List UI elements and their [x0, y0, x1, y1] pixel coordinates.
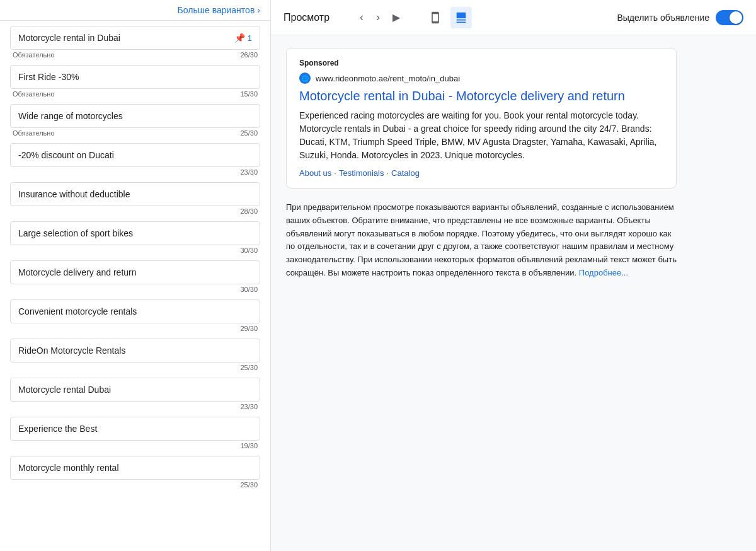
item-input-row[interactable]: -20% discount on Ducati	[10, 143, 260, 167]
item-char-count: 23/30	[240, 168, 258, 176]
item-text: RideOn Motorcycle Rentals	[18, 345, 252, 356]
ad-title[interactable]: Motorcycle rental in Dubai - Motorcycle …	[299, 88, 663, 104]
item-input-row[interactable]: Motorcycle rental Dubai	[10, 378, 260, 402]
item-char-count: 15/30	[240, 90, 258, 98]
device-controls	[425, 7, 472, 28]
item-block: Motorcycle rental in Dubai📌1Обязательно2…	[10, 26, 260, 62]
item-block: Large selection of sport bikes30/30	[10, 221, 260, 258]
item-input-row[interactable]: Large selection of sport bikes	[10, 221, 260, 245]
item-input-row[interactable]: Motorcycle rental in Dubai📌1	[10, 26, 260, 50]
item-input-row[interactable]: RideOn Motorcycle Rentals	[10, 339, 260, 362]
item-block: -20% discount on Ducati23/30	[10, 143, 260, 180]
right-panel: Просмотр ‹ › ▶ Выделить объявление	[271, 0, 756, 551]
item-text: Experience the Best	[18, 424, 252, 434]
item-required-label: Обязательно	[13, 90, 55, 98]
item-block: Wide range of motorcyclesОбязательно25/3…	[10, 104, 260, 141]
highlight-toggle[interactable]	[716, 10, 743, 25]
item-meta: 30/30	[10, 245, 260, 258]
item-meta: 29/30	[10, 323, 260, 336]
pin-badge: 📌1	[234, 33, 252, 43]
items-list: Motorcycle rental in Dubai📌1Обязательно2…	[0, 21, 270, 500]
item-input-row[interactable]: Experience the Best	[10, 417, 260, 441]
item-char-count: 28/30	[240, 207, 258, 215]
ad-card: Sponsored 🌐 www.rideonmoto.ae/rent_moto/…	[286, 48, 677, 188]
pin-icon: 📌	[234, 33, 245, 43]
item-required-label: Обязательно	[13, 129, 55, 137]
item-char-count: 29/30	[240, 325, 258, 332]
info-text: При предварительном просмотре показывают…	[286, 201, 677, 280]
item-input-row[interactable]: Motorcycle monthly rental	[10, 456, 260, 480]
item-block: Insurance without deductible28/30	[10, 182, 260, 219]
item-meta: Обязательно15/30	[10, 89, 260, 102]
item-meta: 23/30	[10, 402, 260, 414]
pin-number: 1	[248, 33, 252, 43]
item-char-count: 30/30	[240, 246, 258, 254]
item-text: Motorcycle rental Dubai	[18, 385, 252, 395]
item-block: Motorcycle monthly rental25/30	[10, 456, 260, 492]
preview-area: Sponsored 🌐 www.rideonmoto.ae/rent_moto/…	[271, 35, 756, 551]
nav-controls: ‹ › ▶	[355, 7, 405, 28]
more-variants-link[interactable]: Больше вариантов ›	[178, 5, 260, 15]
highlight-section: Выделить объявление	[617, 10, 743, 25]
item-meta: 30/30	[10, 284, 260, 297]
mobile-device-button[interactable]	[425, 8, 445, 28]
ad-links: About us·Testimonials·Catalog	[299, 168, 663, 178]
item-meta: 19/30	[10, 441, 260, 453]
item-text: Motorcycle monthly rental	[18, 463, 252, 473]
item-text: Motorcycle rental in Dubai	[18, 33, 234, 43]
ad-link-separator: ·	[334, 168, 336, 178]
item-text: Large selection of sport bikes	[18, 228, 252, 238]
left-panel-header: Больше вариантов ›	[0, 0, 270, 21]
item-input-row[interactable]: Convenient motorcycle rentals	[10, 299, 260, 323]
more-variants-label: Больше вариантов	[178, 5, 255, 15]
item-char-count: 30/30	[240, 286, 258, 293]
ad-sitelink[interactable]: Testimonials	[339, 168, 384, 178]
top-bar: Просмотр ‹ › ▶ Выделить объявление	[271, 0, 756, 35]
item-block: RideOn Motorcycle Rentals25/30	[10, 339, 260, 375]
item-meta: 23/30	[10, 167, 260, 180]
item-block: Motorcycle delivery and return30/30	[10, 260, 260, 297]
item-char-count: 25/30	[240, 481, 258, 489]
item-block: Convenient motorcycle rentals29/30	[10, 299, 260, 336]
item-meta: 25/30	[10, 480, 260, 492]
item-input-row[interactable]: First Ride -30%	[10, 65, 260, 89]
ad-url: www.rideonmoto.ae/rent_moto/in_dubai	[316, 74, 460, 83]
item-input-row[interactable]: Insurance without deductible	[10, 182, 260, 206]
ad-url-row: 🌐 www.rideonmoto.ae/rent_moto/in_dubai	[299, 72, 663, 84]
highlight-label: Выделить объявление	[617, 13, 709, 23]
next-button[interactable]: ›	[371, 7, 385, 28]
item-meta: 28/30	[10, 206, 260, 219]
item-meta: 25/30	[10, 362, 260, 375]
item-text: -20% discount on Ducati	[18, 150, 252, 160]
preview-label: Просмотр	[284, 12, 329, 23]
item-input-row[interactable]: Wide range of motorcycles	[10, 104, 260, 128]
item-char-count: 25/30	[240, 129, 258, 137]
item-char-count: 25/30	[240, 364, 258, 371]
item-block: Experience the Best19/30	[10, 417, 260, 453]
info-learn-more-link[interactable]: Подробнее...	[579, 268, 628, 277]
left-panel: Больше вариантов › Motorcycle rental in …	[0, 0, 271, 551]
ad-link-separator: ·	[386, 168, 389, 178]
item-text: Convenient motorcycle rentals	[18, 306, 252, 316]
item-block: Motorcycle rental Dubai23/30	[10, 378, 260, 414]
item-text: Wide range of motorcycles	[18, 111, 252, 121]
item-char-count: 26/30	[240, 51, 258, 59]
chevron-right-icon: ›	[257, 5, 260, 15]
item-input-row[interactable]: Motorcycle delivery and return	[10, 260, 260, 284]
item-block: First Ride -30%Обязательно15/30	[10, 65, 260, 102]
item-meta: Обязательно26/30	[10, 50, 260, 62]
ad-sitelink[interactable]: About us	[299, 168, 331, 178]
prev-button[interactable]: ‹	[355, 7, 369, 28]
globe-icon: 🌐	[299, 72, 311, 84]
toggle-knob	[730, 11, 742, 24]
item-required-label: Обязательно	[13, 51, 55, 59]
ad-sitelink[interactable]: Catalog	[391, 168, 420, 178]
desktop-device-button[interactable]	[450, 7, 472, 28]
ad-description: Experienced racing motorcycles are waiti…	[299, 109, 663, 162]
item-text: Motorcycle delivery and return	[18, 267, 252, 277]
play-button[interactable]: ▶	[387, 8, 405, 27]
item-meta: Обязательно25/30	[10, 128, 260, 141]
item-text: First Ride -30%	[18, 72, 252, 82]
item-char-count: 23/30	[240, 403, 258, 410]
ad-sponsored: Sponsored	[299, 59, 663, 67]
